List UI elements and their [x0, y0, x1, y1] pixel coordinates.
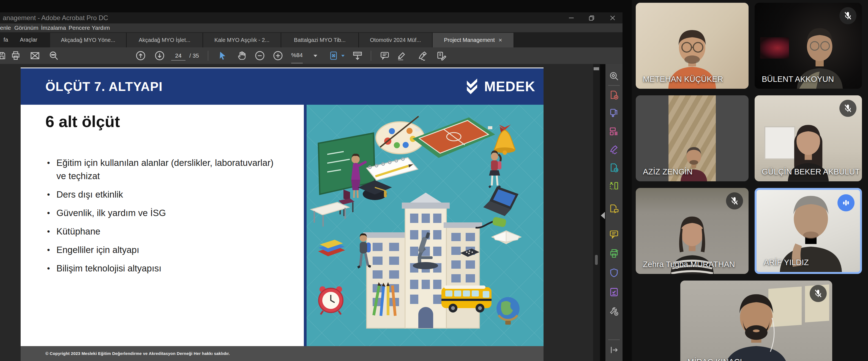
- title-bar[interactable]: anagement - Adobe Acrobat Pro DC: [0, 12, 622, 23]
- fill-sign-icon: [436, 50, 447, 61]
- hand-tool-button[interactable]: [236, 50, 248, 61]
- bullet-item: Eğitim için kullanılan alanlar (derslikl…: [45, 156, 282, 183]
- tab-document-2[interactable]: Akçadağ MYO İşlet...: [127, 33, 203, 47]
- participant-tile-metehan[interactable]: METEHAN KÜÇÜKER: [636, 3, 749, 89]
- slide-header-band: ÖLÇÜT 7. ALTYAPI MEDEK: [21, 68, 544, 105]
- rail-export-pdf-button[interactable]: [609, 108, 619, 118]
- close-icon: [609, 14, 616, 22]
- bullet-item: Engelliler için altyapı: [45, 243, 282, 256]
- medek-wordmark: MEDEK: [484, 79, 535, 94]
- vertical-scrollbar[interactable]: [593, 64, 600, 361]
- tab-tools[interactable]: Araçlar: [16, 32, 41, 47]
- select-tool-button[interactable]: [217, 50, 229, 61]
- page-up-icon: [135, 50, 146, 61]
- document-viewport[interactable]: ÖLÇÜT 7. ALTYAPI MEDEK 6 alt ölçüt Eğiti…: [0, 64, 593, 361]
- minimize-button[interactable]: [564, 13, 579, 22]
- tab-home-partial[interactable]: fa: [2, 32, 10, 47]
- window-title: anagement - Adobe Acrobat Pro DC: [3, 12, 108, 23]
- caret-down-icon: [313, 53, 318, 58]
- toolbar: 24 / 35 %84: [0, 47, 622, 64]
- rail-prepare-form-button[interactable]: [609, 286, 619, 298]
- toolbar-divider: [208, 51, 208, 61]
- edit-pdf-icon: [609, 181, 619, 191]
- tab-document-5[interactable]: Otomotiv 2024 Müf...: [359, 33, 433, 47]
- email-button[interactable]: [29, 50, 41, 61]
- tab-document-3[interactable]: Kale MYO Aşçılık - 2...: [203, 33, 281, 47]
- mic-off-icon: [730, 196, 739, 205]
- cursor-icon: [218, 51, 227, 60]
- meet-panel: METEHAN KÜÇÜKER BÜLENT AKKOYUN: [632, 0, 868, 361]
- close-button[interactable]: [605, 13, 620, 22]
- pdf-page: ÖLÇÜT 7. ALTYAPI MEDEK 6 alt ölçüt Eğiti…: [21, 67, 544, 361]
- zoom-out-button[interactable]: [254, 50, 266, 61]
- mic-muted-indicator: [726, 192, 743, 210]
- menu-item-view[interactable]: Görünüm: [14, 23, 38, 32]
- restore-button[interactable]: [584, 13, 599, 22]
- next-page-button[interactable]: [154, 50, 166, 61]
- participant-tile-zehra[interactable]: Zehra Tuğba MURATHAN: [636, 188, 749, 274]
- rail-protect-button[interactable]: [609, 267, 619, 278]
- page-number-input[interactable]: 24: [171, 51, 185, 61]
- participant-tile-gulcin[interactable]: GÜLÇİN BEKER AKBULUT: [755, 95, 862, 181]
- slide-divider-bar: [304, 104, 307, 346]
- scrollbar-thumb[interactable]: [595, 255, 598, 265]
- mic-off-icon: [813, 289, 823, 298]
- participant-video: [680, 284, 832, 361]
- speaking-indicator: [837, 194, 855, 211]
- tab-document-1[interactable]: Akçadağ MYO Yöne...: [50, 33, 127, 47]
- menu-item-window[interactable]: Pencere: [68, 23, 90, 32]
- rail-expand-pane-button[interactable]: [609, 344, 619, 356]
- rail-more-tools-button[interactable]: [609, 306, 619, 317]
- comment-tool-button[interactable]: [379, 50, 391, 61]
- tab-close-icon[interactable]: ×: [499, 37, 502, 44]
- save-button[interactable]: [0, 50, 8, 61]
- zoom-caret[interactable]: [309, 50, 321, 61]
- menu-item-help[interactable]: Yardım: [92, 23, 110, 32]
- fill-sign-button[interactable]: [436, 50, 448, 61]
- previous-page-button[interactable]: [134, 50, 147, 61]
- search-zoom-icon: [609, 71, 619, 82]
- minimize-icon: [568, 14, 575, 22]
- scan-ocr-icon: [609, 249, 619, 258]
- tab-document-active[interactable]: Project Management ×: [433, 33, 514, 47]
- mic-muted-indicator: [839, 100, 857, 117]
- rail-search-button[interactable]: [609, 71, 619, 82]
- rail-fill-sign-button[interactable]: [609, 144, 619, 155]
- audio-bars-icon: [841, 198, 851, 207]
- medek-logo: MEDEK: [464, 68, 535, 105]
- wrench-plus-icon: [609, 306, 619, 316]
- print-icon: [11, 51, 21, 61]
- participant-tile-mirac[interactable]: MİRAC KINACI: [680, 280, 832, 361]
- fit-page-caret[interactable]: [337, 50, 349, 61]
- create-pdf-icon: [609, 90, 619, 100]
- zoom-level-dropdown[interactable]: %84: [291, 47, 303, 63]
- participant-tile-arif-active-speaker[interactable]: ARİF YILDIZ: [755, 188, 862, 274]
- mic-off-icon: [843, 104, 852, 113]
- tab-document-4[interactable]: Battalgazi MYO Tib...: [281, 33, 359, 47]
- rail-request-signature-button[interactable]: [609, 203, 619, 214]
- print-button[interactable]: [10, 50, 22, 61]
- medek-checkmark-icon: [464, 78, 483, 95]
- rail-scan-ocr-button[interactable]: [609, 248, 619, 259]
- rail-share-pdf-button[interactable]: [609, 162, 619, 173]
- sign-tool-button[interactable]: [417, 50, 429, 61]
- rail-edit-pdf-button[interactable]: [609, 180, 619, 191]
- search-button[interactable]: [48, 50, 60, 61]
- menu-item-sign[interactable]: İmzalama: [41, 23, 66, 32]
- presentation-mode-button[interactable]: [351, 50, 364, 61]
- menu-item-edit-partial[interactable]: enle: [0, 23, 11, 32]
- rail-comment-button[interactable]: [609, 229, 619, 240]
- participant-tile-bulent[interactable]: BÜLENT AKKOYUN: [755, 3, 862, 89]
- form-check-icon: [609, 287, 619, 297]
- rail-organize-pages-button[interactable]: [609, 126, 619, 137]
- menu-bar: enle Görünüm İmzalama Pencere Yardım: [0, 23, 622, 32]
- rail-create-pdf-button[interactable]: [609, 89, 619, 100]
- highlight-tool-button[interactable]: [396, 50, 408, 61]
- participant-name: METEHAN KÜÇÜKER: [643, 75, 723, 84]
- zoom-in-button[interactable]: [272, 50, 284, 61]
- participant-name: AZİZ ZENGİN: [643, 167, 692, 176]
- comment-bubble-icon: [609, 229, 619, 239]
- participant-tile-aziz[interactable]: AZİZ ZENGİN: [636, 95, 749, 181]
- collapse-pane-arrow[interactable]: [601, 212, 605, 219]
- bullet-item: Bilişim teknolojisi altyapısı: [45, 262, 282, 275]
